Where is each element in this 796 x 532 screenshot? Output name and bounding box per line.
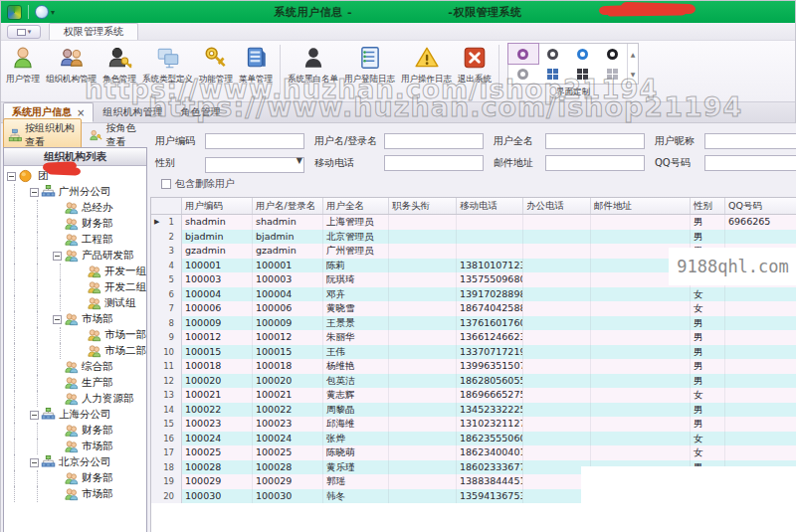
- tree-node-市场二部[interactable]: 市场二部: [7, 343, 146, 359]
- table-row[interactable]: 20100030100030韩冬13594136753: [151, 489, 796, 504]
- toolbar-button-warning[interactable]: 用户操作日志: [398, 43, 455, 94]
- collapse-icon[interactable]: [53, 315, 62, 324]
- filter-input-用户编码[interactable]: [205, 133, 304, 149]
- table-row[interactable]: 9100012100012朱丽华13661246623男: [151, 330, 796, 345]
- ribbon-tab[interactable]: 权限管理系统: [49, 23, 138, 40]
- table-row[interactable]: 13100021100021黄志辉18696665275女: [151, 388, 796, 403]
- toolbar-button-exit[interactable]: 退出系统: [455, 43, 495, 94]
- toolbar-button-org-users[interactable]: 组织机构管理: [43, 43, 100, 94]
- quick-access-button[interactable]: ▾: [7, 25, 41, 39]
- tree-node-开发二组[interactable]: 开发二组: [7, 279, 146, 295]
- tree-node-市场部[interactable]: 市场部: [7, 439, 146, 454]
- tab-角色管理[interactable]: 角色管理: [171, 102, 229, 122]
- table-row[interactable]: 7100006100006黄晓雪18674042588女: [151, 301, 796, 316]
- column-header-移动电话[interactable]: 移动电话: [457, 198, 523, 214]
- tree-node-财务部[interactable]: 财务部: [7, 470, 146, 486]
- theme-office-dark[interactable]: [538, 44, 568, 64]
- tree-node-市场部[interactable]: 市场部: [7, 486, 146, 502]
- collapse-icon[interactable]: [30, 188, 39, 197]
- table-row[interactable]: 8100009100009王景景13761601760男: [151, 316, 796, 331]
- tree-node-财务部[interactable]: 财务部: [7, 423, 146, 439]
- table-row[interactable]: 16100024100024张烨18623555060女: [151, 432, 796, 446]
- collapse-icon[interactable]: [30, 458, 39, 467]
- filter-input-用户名/登录名[interactable]: [384, 133, 484, 149]
- collapse-icon[interactable]: [30, 411, 39, 420]
- tree-node-综合部[interactable]: 综合部: [7, 359, 146, 375]
- close-icon[interactable]: ×: [77, 107, 85, 118]
- tree-node-广州分公司[interactable]: 广州分公司: [7, 184, 146, 200]
- column-header-用户编码[interactable]: 用户编码: [182, 198, 253, 214]
- toolbar-button-computers[interactable]: 系统类型定义: [139, 43, 196, 94]
- table-row[interactable]: 17100025100025陈晓萌18623400401女: [151, 445, 796, 460]
- toolbar-button-login-log[interactable]: 用户登陆日志: [341, 43, 398, 94]
- tree-node-财务部[interactable]: 财务部: [7, 216, 146, 232]
- tree-node-生产部[interactable]: 生产部: [7, 375, 146, 391]
- cell: 100022: [182, 403, 253, 418]
- tree-node-总经办[interactable]: 总经办: [7, 200, 146, 216]
- theme-office-gray[interactable]: [508, 64, 538, 84]
- column-header-职务头衔[interactable]: 职务头衔: [389, 198, 457, 214]
- cell: shadmin: [253, 215, 323, 230]
- dept-icon: [64, 471, 79, 485]
- table-row[interactable]: 2bjadminbjadmin北京管理员男: [151, 230, 796, 245]
- toolbar-button-key[interactable]: 功能管理: [196, 43, 236, 94]
- gender-select[interactable]: ▼: [205, 153, 304, 173]
- toolbar-button-user[interactable]: 用户管理: [3, 43, 43, 94]
- row-indicator: 20: [151, 489, 182, 504]
- table-row[interactable]: 18100028100028黄乐瑾18602333677男: [151, 460, 796, 475]
- table-row[interactable]: 3gzadmingzadmin广州管理员男: [151, 244, 796, 259]
- tree-node-label: 财务部: [82, 424, 113, 438]
- table-row[interactable]: ▶1shadminshadmin上海管理员男6966265: [151, 215, 796, 230]
- column-header-性别[interactable]: 性别: [691, 198, 725, 214]
- toolbar-button-role[interactable]: 角色管理: [100, 43, 139, 94]
- tree-node-市场部[interactable]: 市场部: [7, 311, 146, 327]
- table-row[interactable]: 11100018100018杨维艳13996351507男: [151, 359, 796, 374]
- theme-office-black[interactable]: [597, 44, 627, 64]
- table-row[interactable]: 4100001100001陈莉13810107123: [151, 259, 796, 273]
- toolbar-button-blacklist[interactable]: 系统黑白名单: [285, 43, 341, 94]
- toolbar-button-menu[interactable]: 菜单管理: [236, 43, 276, 94]
- tree-node-开发一组[interactable]: 开发一组: [7, 264, 146, 279]
- filter-input-用户昵称[interactable]: [704, 133, 796, 149]
- tree-node-团[interactable]: 团: [7, 168, 146, 184]
- scroll-up-icon[interactable]: ▲: [628, 44, 638, 64]
- table-row[interactable]: 14100022100022周黎晶13452332225男: [151, 403, 796, 418]
- filter-input-移动电话[interactable]: [384, 155, 484, 171]
- scroll-down-icon[interactable]: ▼: [628, 64, 638, 84]
- theme-grid-dark[interactable]: [568, 64, 598, 84]
- tree-node-工程部[interactable]: 工程部: [7, 232, 146, 248]
- table-row[interactable]: 12100020100020包英洁18628056055男: [151, 374, 796, 389]
- filter-input-用户全名[interactable]: [545, 133, 645, 149]
- theme-grid-gray[interactable]: [597, 64, 627, 84]
- tree-node-测试组[interactable]: 测试组: [7, 295, 146, 311]
- theme-office-blue[interactable]: [568, 44, 598, 64]
- theme-office-purple[interactable]: [508, 44, 538, 64]
- table-row[interactable]: 5100003100003阮琪琦13575509680: [151, 272, 796, 287]
- table-row[interactable]: 19100029100029郭瑶13883844451: [151, 474, 796, 489]
- tree-node-上海分公司[interactable]: 上海分公司: [7, 407, 146, 423]
- filter-input-QQ号码[interactable]: [704, 155, 796, 171]
- tree-node-人力资源部[interactable]: 人力资源部: [7, 391, 146, 407]
- tree-node-label: 产品研发部: [82, 249, 134, 263]
- gender-select-input[interactable]: [205, 157, 304, 173]
- table-row[interactable]: 6100004100004邓卉13917028898女: [151, 287, 796, 302]
- tree-node-北京分公司[interactable]: 北京分公司: [7, 454, 146, 470]
- column-header-用户名/登录名[interactable]: 用户名/登录名: [253, 198, 323, 214]
- cell: 13917028898: [457, 287, 523, 302]
- theme-grid-blue[interactable]: [538, 64, 568, 84]
- tree-node-产品研发部[interactable]: 产品研发部: [7, 248, 146, 264]
- cell: [389, 316, 457, 331]
- filter-input-邮件地址[interactable]: [545, 155, 645, 171]
- collapse-icon[interactable]: [53, 252, 62, 261]
- cell: [389, 230, 457, 245]
- include-deleted-checkbox[interactable]: [161, 179, 171, 189]
- collapse-icon[interactable]: [7, 172, 16, 181]
- table-row[interactable]: 10100015100015王伟13370717219男: [151, 345, 796, 360]
- column-header-邮件地址[interactable]: 邮件地址: [591, 198, 691, 214]
- tree-node-市场一部[interactable]: 市场一部: [7, 327, 146, 343]
- column-header-办公电话[interactable]: 办公电话: [523, 198, 591, 214]
- cell: 男: [691, 417, 725, 432]
- column-header-QQ号码[interactable]: QQ号码: [725, 198, 796, 214]
- column-header-用户全名[interactable]: 用户全名: [323, 198, 389, 214]
- table-row[interactable]: 15100023100023邱海维13102321127男: [151, 417, 796, 432]
